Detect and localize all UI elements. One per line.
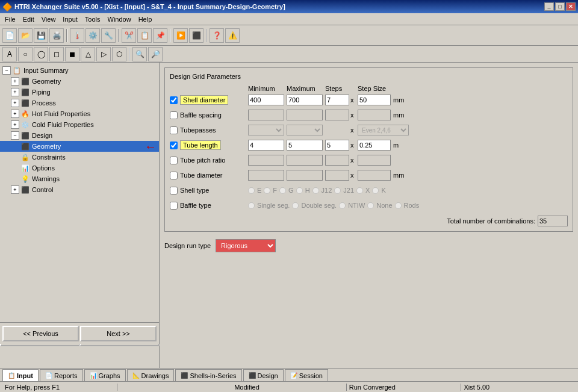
shell-type-F[interactable]: F: [264, 187, 277, 194]
tube-length-max[interactable]: [287, 140, 323, 151]
menu-file[interactable]: File: [1, 14, 19, 24]
shell-type-G[interactable]: G: [279, 187, 294, 194]
shell-type-X[interactable]: X: [356, 187, 370, 194]
tube-length-min[interactable]: [248, 140, 284, 151]
shell-type-H[interactable]: H: [296, 187, 310, 194]
tube-pitch-steps[interactable]: [325, 155, 349, 166]
baffle-type-single[interactable]: Single seg.: [248, 202, 290, 209]
sidebar-item-constraints[interactable]: 🔒 Constraints: [0, 152, 159, 163]
tube-length-steps[interactable]: [325, 140, 349, 151]
expand-hot-fluid[interactable]: +: [11, 110, 19, 118]
shell-type-K[interactable]: K: [372, 187, 385, 194]
help-button[interactable]: ❓: [210, 28, 224, 43]
baffle-type-ntiw[interactable]: NTIW: [339, 202, 365, 209]
sidebar-item-design[interactable]: − ⬛ Design: [0, 130, 159, 141]
menu-window[interactable]: Window: [104, 14, 135, 24]
baffle-type-rods[interactable]: Rods: [395, 202, 420, 209]
expand-piping[interactable]: +: [11, 88, 19, 96]
print-button[interactable]: 🖨️: [49, 28, 64, 43]
tool2-button[interactable]: 🔧: [101, 28, 116, 43]
baffle-spacing-min[interactable]: [248, 110, 284, 120]
baffle-spacing-max[interactable]: [287, 110, 323, 120]
tab-drawings[interactable]: 📐 Drawings: [127, 369, 175, 381]
tb2-shape5[interactable]: ⬡: [112, 47, 126, 61]
expand-geometry[interactable]: +: [11, 77, 19, 86]
baffle-type-double[interactable]: Double seg.: [292, 202, 337, 209]
tubepasses-max-select[interactable]: [287, 125, 323, 135]
shell-diameter-max[interactable]: [287, 95, 323, 105]
shell-diameter-stepsize[interactable]: [358, 95, 391, 105]
stop-button[interactable]: ⬛: [189, 28, 204, 43]
shell-diameter-min[interactable]: [248, 95, 284, 105]
menu-tools[interactable]: Tools: [81, 14, 104, 24]
tube-diameter-stepsize[interactable]: [358, 170, 391, 181]
tube-pitch-min[interactable]: [248, 155, 284, 166]
tab-reports[interactable]: 📄 Reports: [40, 369, 83, 381]
tube-pitch-stepsize[interactable]: [358, 155, 391, 166]
thermometer-button[interactable]: 🌡️: [70, 28, 84, 43]
maximize-button[interactable]: □: [555, 2, 565, 11]
expand-input-summary[interactable]: −: [2, 66, 11, 75]
run-button[interactable]: ▶️: [173, 28, 188, 43]
tab-graphs[interactable]: 📊 Graphs: [84, 369, 126, 381]
save-button[interactable]: 💾: [34, 28, 48, 43]
shell-type-E[interactable]: E: [248, 187, 261, 194]
previous-nav-button[interactable]: << Previous: [2, 326, 79, 341]
sidebar-item-design-geometry[interactable]: ⬛ Geometry ←: [0, 141, 159, 152]
baffle-type-check[interactable]: [170, 202, 178, 210]
tube-length-check[interactable]: [170, 142, 178, 149]
sidebar-item-options[interactable]: 📊 Options: [0, 163, 159, 173]
baffle-type-none[interactable]: None: [367, 202, 392, 209]
tab-session[interactable]: 📝 Session: [285, 369, 328, 381]
expand-cold-fluid[interactable]: +: [11, 120, 19, 129]
sidebar-item-warnings[interactable]: 💡 Warnings: [0, 173, 159, 184]
tube-diameter-min[interactable]: [248, 170, 284, 181]
copy-button[interactable]: 📋: [137, 28, 152, 43]
menu-help[interactable]: Help: [135, 14, 156, 24]
shell-type-check[interactable]: [170, 187, 178, 194]
menu-input[interactable]: Input: [59, 14, 81, 24]
tubepasses-check[interactable]: [170, 126, 178, 134]
baffle-spacing-check[interactable]: [170, 111, 178, 119]
tube-pitch-check[interactable]: [170, 157, 178, 164]
tool1-button[interactable]: ⚙️: [85, 28, 100, 43]
about-button[interactable]: ⚠️: [225, 28, 240, 43]
expand-process[interactable]: +: [11, 99, 19, 107]
tube-pitch-max[interactable]: [287, 155, 323, 166]
paste-button[interactable]: 📌: [153, 28, 167, 43]
open-button[interactable]: 📂: [18, 28, 33, 43]
expand-control[interactable]: +: [11, 185, 19, 194]
design-run-select[interactable]: Rigorous Fast Custom: [216, 239, 276, 252]
sidebar-item-geometry-top[interactable]: + ⬛ Geometry: [0, 76, 159, 87]
tb2-circle2[interactable]: ◯: [34, 47, 48, 61]
next-nav-button[interactable]: Next >>: [80, 326, 157, 341]
shell-diameter-check[interactable]: [170, 96, 178, 104]
minimize-button[interactable]: _: [544, 2, 554, 11]
sidebar-item-process[interactable]: + ⬛ Process: [0, 98, 159, 108]
sidebar-item-input-summary[interactable]: − 📋 Input Summary: [0, 65, 159, 76]
sidebar-item-piping[interactable]: + ⬛ Piping: [0, 87, 159, 98]
new-button[interactable]: 📄: [2, 28, 17, 43]
tab-design[interactable]: ⬛ Design: [243, 369, 284, 381]
tab-shells-in-series[interactable]: ⬛ Shells-in-Series: [175, 369, 241, 381]
tube-diameter-check[interactable]: [170, 172, 178, 179]
tb2-a[interactable]: A: [2, 47, 17, 61]
cut-button[interactable]: ✂️: [122, 28, 136, 43]
baffle-spacing-stepsize[interactable]: [358, 110, 391, 120]
tb2-circle[interactable]: ○: [18, 47, 33, 61]
tube-diameter-steps[interactable]: [325, 170, 349, 181]
tube-diameter-max[interactable]: [287, 170, 323, 181]
close-button[interactable]: ✕: [566, 2, 576, 11]
combinations-value[interactable]: [538, 216, 568, 226]
sidebar-item-cold-fluid[interactable]: + ❄️ Cold Fluid Properties: [0, 119, 159, 130]
baffle-spacing-steps[interactable]: [325, 110, 349, 120]
tb2-shape3[interactable]: △: [81, 47, 95, 61]
menu-edit[interactable]: Edit: [19, 14, 38, 24]
tubepasses-min-select[interactable]: [248, 125, 284, 135]
shell-diameter-steps[interactable]: [325, 95, 349, 105]
tb2-zoom1[interactable]: 🔍: [132, 47, 147, 61]
shell-type-J21[interactable]: J21: [334, 187, 354, 194]
tb2-shape2[interactable]: ◼: [65, 47, 79, 61]
sidebar-item-control[interactable]: + ⬛ Control: [0, 184, 159, 195]
tb2-shape4[interactable]: ▷: [96, 47, 111, 61]
